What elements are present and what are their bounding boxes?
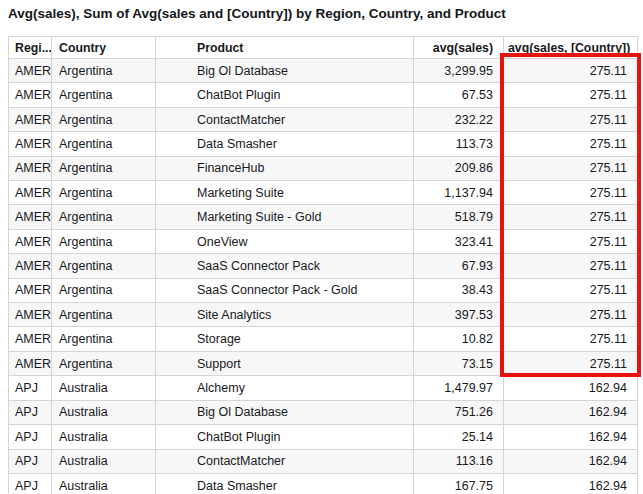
table-row[interactable]: AMERArgentinaContactMatcher232.22275.11 [9, 107, 638, 131]
table-cell[interactable]: Storage [156, 327, 414, 351]
table-cell[interactable]: Data Smasher [156, 132, 414, 156]
table-cell[interactable]: APJ [9, 449, 52, 473]
table-row[interactable]: AMERArgentinaSupport73.15275.11 [9, 351, 638, 375]
column-header-country[interactable]: Country [52, 37, 156, 59]
table-row[interactable]: AMERArgentinaOneView323.41275.11 [9, 229, 638, 253]
table-cell[interactable]: SaaS Connector Pack - Gold [156, 278, 414, 302]
column-header-avg-sales-country[interactable]: avg(sales, [Country]) [504, 37, 638, 59]
column-header-product[interactable]: Product [156, 37, 414, 59]
table-row[interactable]: APJAustraliaData Smasher167.75162.94 [9, 473, 638, 494]
table-cell[interactable]: Argentina [52, 229, 156, 253]
table-cell[interactable]: 113.16 [414, 449, 504, 473]
table-cell[interactable]: 113.73 [414, 132, 504, 156]
table-cell[interactable]: Argentina [52, 351, 156, 375]
table-row[interactable]: AMERArgentinaStorage10.82275.11 [9, 327, 638, 351]
table-cell[interactable]: Site Analytics [156, 303, 414, 327]
table-cell[interactable]: Argentina [52, 327, 156, 351]
table-cell[interactable]: AMER [9, 181, 52, 205]
table-row[interactable]: AMERArgentinaSaaS Connector Pack67.93275… [9, 254, 638, 278]
table-cell[interactable]: 323.41 [414, 229, 504, 253]
table-cell[interactable]: AMER [9, 327, 52, 351]
table-cell[interactable]: ChatBot Plugin [156, 425, 414, 449]
table-cell[interactable]: AMER [9, 156, 52, 180]
table-cell[interactable]: 275.11 [504, 132, 638, 156]
table-cell[interactable]: 275.11 [504, 107, 638, 131]
table-row[interactable]: APJAustraliaBig Ol Database751.26162.94 [9, 400, 638, 424]
table-cell[interactable]: Data Smasher [156, 473, 414, 494]
table-row[interactable]: APJAustraliaAlchemy1,479.97162.94 [9, 376, 638, 400]
table-cell[interactable]: 3,299.95 [414, 59, 504, 83]
table-cell[interactable]: Alchemy [156, 376, 414, 400]
table-cell[interactable]: 162.94 [504, 400, 638, 424]
table-cell[interactable]: 275.11 [504, 59, 638, 83]
table-cell[interactable]: Big Ol Database [156, 400, 414, 424]
table-cell[interactable]: Argentina [52, 132, 156, 156]
table-cell[interactable]: Australia [52, 376, 156, 400]
table-cell[interactable]: AMER [9, 278, 52, 302]
table-row[interactable]: AMERArgentinaFinanceHub209.86275.11 [9, 156, 638, 180]
table-cell[interactable]: AMER [9, 205, 52, 229]
table-cell[interactable]: 162.94 [504, 473, 638, 494]
table-cell[interactable]: 275.11 [504, 181, 638, 205]
table-cell[interactable]: 275.11 [504, 156, 638, 180]
table-cell[interactable]: 275.11 [504, 254, 638, 278]
table-row[interactable]: APJAustraliaContactMatcher113.16162.94 [9, 449, 638, 473]
table-cell[interactable]: ChatBot Plugin [156, 83, 414, 107]
table-cell[interactable]: FinanceHub [156, 156, 414, 180]
column-header-region[interactable]: Regi... [9, 37, 52, 59]
table-cell[interactable]: Australia [52, 425, 156, 449]
table-row[interactable]: AMERArgentinaSite Analytics397.53275.11 [9, 303, 638, 327]
table-cell[interactable]: Support [156, 351, 414, 375]
table-row[interactable]: AMERArgentinaData Smasher113.73275.11 [9, 132, 638, 156]
table-cell[interactable]: AMER [9, 229, 52, 253]
table-cell[interactable]: 751.26 [414, 400, 504, 424]
table-cell[interactable]: 275.11 [504, 278, 638, 302]
table-cell[interactable]: 275.11 [504, 351, 638, 375]
table-cell[interactable]: 397.53 [414, 303, 504, 327]
table-cell[interactable]: Argentina [52, 181, 156, 205]
table-cell[interactable]: APJ [9, 376, 52, 400]
table-cell[interactable]: 232.22 [414, 107, 504, 131]
table-cell[interactable]: AMER [9, 254, 52, 278]
table-cell[interactable]: 275.11 [504, 327, 638, 351]
table-cell[interactable]: Argentina [52, 254, 156, 278]
table-cell[interactable]: Marketing Suite - Gold [156, 205, 414, 229]
table-row[interactable]: AMERArgentinaMarketing Suite - Gold518.7… [9, 205, 638, 229]
table-cell[interactable]: Argentina [52, 83, 156, 107]
table-cell[interactable]: AMER [9, 351, 52, 375]
table-cell[interactable]: AMER [9, 132, 52, 156]
table-row[interactable]: AMERArgentinaBig Ol Database3,299.95275.… [9, 59, 638, 83]
table-cell[interactable]: 275.11 [504, 229, 638, 253]
table-cell[interactable]: AMER [9, 83, 52, 107]
table-cell[interactable]: Argentina [52, 278, 156, 302]
column-header-avg-sales[interactable]: avg(sales) [414, 37, 504, 59]
table-cell[interactable]: APJ [9, 400, 52, 424]
table-cell[interactable]: Argentina [52, 107, 156, 131]
table-row[interactable]: AMERArgentinaChatBot Plugin67.53275.11 [9, 83, 638, 107]
table-cell[interactable]: Argentina [52, 303, 156, 327]
table-cell[interactable]: 162.94 [504, 425, 638, 449]
table-cell[interactable]: Argentina [52, 205, 156, 229]
table-cell[interactable]: Australia [52, 449, 156, 473]
table-cell[interactable]: 275.11 [504, 303, 638, 327]
table-cell[interactable]: 38.43 [414, 278, 504, 302]
table-cell[interactable]: 1,137.94 [414, 181, 504, 205]
table-cell[interactable]: Marketing Suite [156, 181, 414, 205]
table-row[interactable]: APJAustraliaChatBot Plugin25.14162.94 [9, 425, 638, 449]
table-cell[interactable]: APJ [9, 473, 52, 494]
table-cell[interactable]: 167.75 [414, 473, 504, 494]
table-cell[interactable]: 25.14 [414, 425, 504, 449]
table-cell[interactable]: 209.86 [414, 156, 504, 180]
table-cell[interactable]: 162.94 [504, 376, 638, 400]
table-cell[interactable]: APJ [9, 425, 52, 449]
table-cell[interactable]: Argentina [52, 156, 156, 180]
table-cell[interactable]: 518.79 [414, 205, 504, 229]
table-cell[interactable]: 73.15 [414, 351, 504, 375]
table-cell[interactable]: 275.11 [504, 205, 638, 229]
table-cell[interactable]: OneView [156, 229, 414, 253]
table-cell[interactable]: AMER [9, 59, 52, 83]
table-row[interactable]: AMERArgentinaMarketing Suite1,137.94275.… [9, 181, 638, 205]
table-cell[interactable]: Argentina [52, 59, 156, 83]
table-cell[interactable]: AMER [9, 107, 52, 131]
table-cell[interactable]: 162.94 [504, 449, 638, 473]
